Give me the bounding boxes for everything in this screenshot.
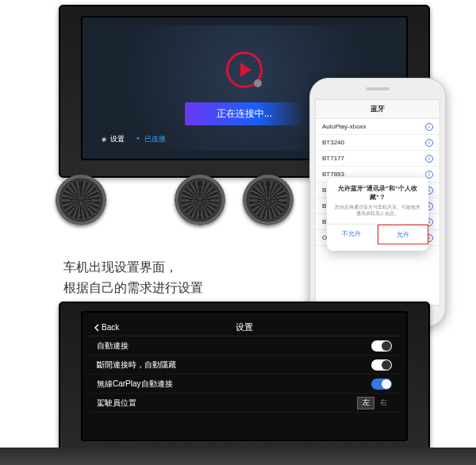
row-label: 自動連接 — [97, 340, 129, 352]
car-headunit-bottom: Back 设置 自動連接 斷開連接時，自動隱藏 無線CarPlay自動連接 — [59, 302, 430, 459]
row-label: 駕駛員位置 — [97, 398, 136, 409]
air-vent — [175, 175, 225, 225]
screen-bezel: Back 设置 自動連接 斷開連接時，自動隱藏 無線CarPlay自動連接 — [81, 311, 408, 441]
popup-title: 允许蓝牙"通讯录"和"个人收藏"？ — [333, 184, 422, 202]
bluetooth-title: 蓝牙 — [370, 104, 385, 114]
segment-right[interactable]: 右 — [374, 397, 392, 409]
allow-button[interactable]: 允许 — [378, 225, 429, 244]
setting-row-driver-position: 駕駛員位置 左 右 — [89, 394, 400, 413]
iphone-mockup: 蓝牙 AutoPlay-xboxxi BT3240i BT7177i BT789… — [309, 78, 446, 327]
popup-body: 您信息将通过蓝牙与车机共享。可能包含通讯录联系人信息。 — [333, 205, 422, 217]
phone-speaker — [366, 87, 390, 90]
toggle-auto-hide[interactable] — [371, 359, 392, 371]
deny-button[interactable]: 不允许 — [327, 225, 378, 244]
connecting-status: 正在连接中... — [185, 102, 304, 125]
play-icon — [226, 52, 263, 88]
permission-popup: 允许蓝牙"通讯录"和"个人收藏"？ 您信息将通过蓝牙与车机共享。可能包含通讯录联… — [327, 178, 428, 251]
back-label: Back — [102, 323, 119, 332]
instruction-caption: 车机出现设置界面， 根据自己的需求进行设置 — [63, 257, 203, 298]
bt-device-row[interactable]: AutoPlay-xboxxi — [316, 119, 440, 135]
settings-screen: Back 设置 自動連接 斷開連接時，自動隱藏 無線CarPlay自動連接 — [89, 319, 400, 433]
driver-position-segment[interactable]: 左 右 — [357, 397, 392, 409]
bt-device-row[interactable]: BT3240i — [316, 135, 440, 151]
settings-label: 设置 — [110, 134, 125, 144]
connected-indicator: 已连接 — [134, 134, 166, 144]
setting-row-auto-hide: 斷開連接時，自動隱藏 — [89, 355, 400, 375]
settings-button[interactable]: 设置 — [100, 134, 125, 144]
dashboard-trim — [0, 448, 476, 465]
settings-title: 设置 — [236, 321, 253, 333]
bluetooth-header: 蓝牙 — [316, 100, 440, 119]
phone-screen: 蓝牙 AutoPlay-xboxxi BT3240i BT7177i BT789… — [315, 99, 440, 306]
caption-line-2: 根据自己的需求进行设置 — [63, 278, 203, 298]
svg-point-1 — [137, 137, 140, 140]
caption-line-1: 车机出现设置界面， — [63, 257, 203, 278]
air-vent — [56, 175, 106, 225]
setting-row-carplay-auto: 無線CarPlay自動連接 — [89, 375, 400, 394]
connected-label: 已连接 — [144, 134, 166, 144]
row-label: 斷開連接時，自動隱藏 — [97, 359, 176, 371]
bt-device-row[interactable]: BT7177i — [316, 151, 440, 167]
toggle-carplay-auto[interactable] — [371, 379, 392, 390]
segment-left[interactable]: 左 — [357, 397, 374, 409]
toggle-auto-connect[interactable] — [371, 340, 392, 352]
air-vent — [243, 175, 294, 225]
setting-row-auto-connect: 自動連接 — [89, 336, 400, 355]
back-button[interactable]: Back — [89, 323, 119, 332]
row-label: 無線CarPlay自動連接 — [97, 379, 173, 390]
